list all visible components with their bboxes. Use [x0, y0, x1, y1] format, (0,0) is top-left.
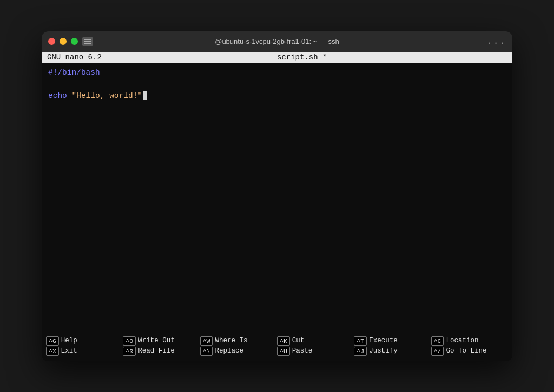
key-shortcut[interactable]: ^O	[123, 336, 136, 346]
key-shortcut[interactable]: ^G	[46, 336, 59, 346]
text-cursor	[143, 91, 147, 100]
key-shortcut[interactable]: ^C	[431, 336, 444, 346]
footer-item: ^/Go To Line	[431, 347, 508, 356]
key-shortcut[interactable]: ^R	[123, 347, 136, 356]
footer-item: ^XExit	[46, 347, 123, 356]
key-action-label: Justify	[369, 347, 398, 355]
key-action-label: Location	[446, 337, 478, 344]
editor-line-2: echo "Hello, world!"	[48, 90, 506, 102]
footer-item: ^RRead File	[123, 347, 200, 356]
key-shortcut[interactable]: ^U	[277, 347, 290, 356]
key-action-label: Cut	[292, 337, 305, 344]
footer-item: ^KCut	[277, 336, 354, 346]
footer-item: ^UPaste	[277, 347, 354, 356]
editor-line-1: #!/bin/bash	[48, 67, 506, 79]
footer-item: ^CLocation	[431, 336, 508, 346]
close-button[interactable]	[48, 38, 55, 45]
key-action-label: Help	[61, 337, 77, 344]
key-shortcut[interactable]: ^X	[46, 347, 59, 356]
nano-header-right	[503, 53, 507, 62]
key-shortcut[interactable]: ^W	[200, 336, 213, 346]
terminal-window: @ubuntu-s-1vcpu-2gb-fra1-01: ~ — ssh ...…	[42, 31, 512, 361]
traffic-lights	[48, 38, 78, 45]
footer-row-2: ^XExit^RRead File^\Replace^UPaste^JJusti…	[46, 347, 508, 356]
nano-footer: ^GHelp^OWrite Out^WWhere Is^KCut^TExecut…	[42, 333, 512, 361]
footer-item: ^JJustify	[354, 347, 431, 356]
footer-item: ^\Replace	[200, 347, 277, 356]
window-icon	[82, 37, 93, 46]
window-menu-dots[interactable]: ...	[487, 37, 506, 46]
nano-header: GNU nano 6.2 script.sh *	[42, 52, 512, 63]
footer-item: ^TExecute	[354, 336, 431, 346]
key-action-label: Where Is	[215, 337, 247, 344]
key-action-label: Go To Line	[446, 347, 486, 355]
key-action-label: Exit	[61, 347, 77, 355]
footer-row-1: ^GHelp^OWrite Out^WWhere Is^KCut^TExecut…	[46, 336, 508, 346]
shebang-line: #!/bin/bash	[48, 68, 100, 77]
key-shortcut[interactable]: ^/	[431, 347, 444, 356]
key-shortcut[interactable]: ^K	[277, 336, 290, 346]
nano-filename: script.sh *	[277, 53, 327, 62]
window-title: @ubuntu-s-1vcpu-2gb-fra1-01: ~ — ssh	[215, 37, 339, 45]
nano-version: GNU nano 6.2	[47, 53, 102, 62]
maximize-button[interactable]	[71, 38, 78, 45]
key-shortcut[interactable]: ^J	[354, 347, 367, 356]
echo-command: echo	[48, 91, 67, 100]
title-bar: @ubuntu-s-1vcpu-2gb-fra1-01: ~ — ssh ...	[42, 31, 512, 52]
footer-item: ^OWrite Out	[123, 336, 200, 346]
key-shortcut[interactable]: ^T	[354, 336, 367, 346]
footer-item: ^WWhere Is	[200, 336, 277, 346]
footer-item: ^GHelp	[46, 336, 123, 346]
editor-area[interactable]: #!/bin/bash echo "Hello, world!"	[42, 63, 512, 333]
key-shortcut[interactable]: ^\	[200, 347, 213, 356]
key-action-label: Write Out	[138, 337, 175, 344]
editor-line-empty	[48, 78, 506, 90]
key-action-label: Execute	[369, 337, 398, 344]
echo-string: "Hello, world!"	[67, 91, 142, 100]
key-action-label: Read File	[138, 347, 175, 355]
key-action-label: Replace	[215, 347, 243, 355]
minimize-button[interactable]	[60, 38, 67, 45]
key-action-label: Paste	[292, 347, 313, 355]
